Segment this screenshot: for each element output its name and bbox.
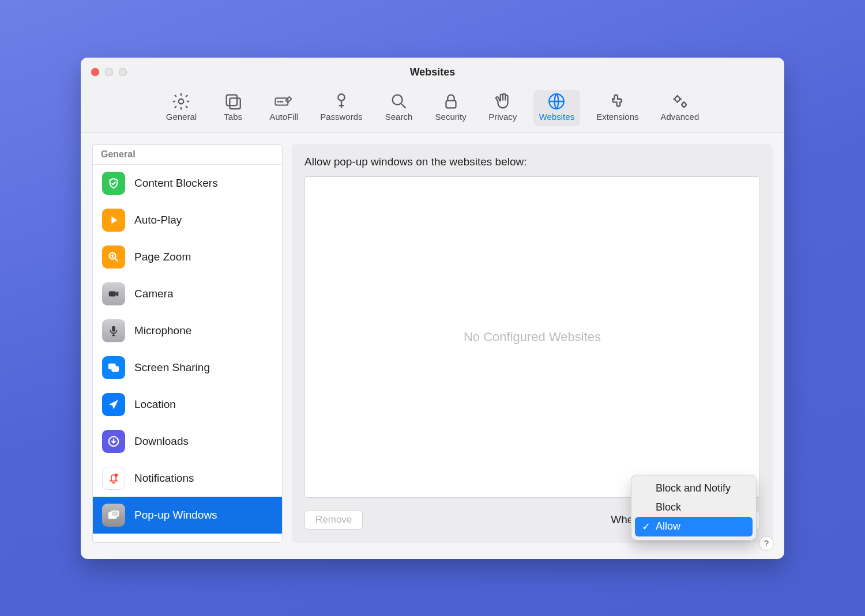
download-icon [102, 430, 125, 453]
popup-windows-icon [102, 504, 125, 527]
sidebar-item-location[interactable]: Location [93, 386, 282, 423]
window-body: General Content Blockers Auto-Play Page … [81, 133, 784, 559]
panel-heading: Allow pop-up windows on the websites bel… [304, 156, 760, 168]
svg-rect-9 [446, 100, 456, 108]
svg-point-4 [278, 101, 279, 102]
zoom-icon [102, 245, 125, 269]
hand-icon [493, 93, 513, 109]
sidebar-item-screen-sharing[interactable]: Screen Sharing [93, 349, 282, 386]
main-panel: Allow pop-up windows on the websites bel… [292, 144, 773, 543]
tab-search[interactable]: Search [379, 90, 419, 126]
tab-autofill[interactable]: AutoFill [264, 90, 304, 126]
footer-right: When visiting other websites Block and N… [363, 509, 760, 530]
tab-label: Security [435, 112, 467, 122]
sidebar-item-label: Microphone [134, 324, 191, 337]
dropdown-menu: Block and Notify Block ✓ Allow [631, 475, 757, 541]
tab-label: Tabs [224, 112, 242, 122]
empty-state-text: No Configured Websites [464, 330, 601, 345]
sidebar: General Content Blockers Auto-Play Page … [92, 144, 283, 543]
location-arrow-icon [102, 393, 125, 416]
gears-icon [670, 93, 690, 109]
dropdown-option-label: Block and Notify [656, 482, 731, 494]
panel-footer: Remove When visiting other websites Bloc… [304, 509, 760, 530]
svg-point-19 [115, 473, 118, 477]
tab-tabs[interactable]: Tabs [213, 90, 253, 126]
dropdown-option-label: Block [656, 501, 681, 513]
svg-point-7 [338, 94, 344, 100]
svg-rect-15 [112, 326, 115, 331]
sidebar-item-label: Auto-Play [134, 214, 182, 226]
sidebar-item-camera[interactable]: Camera [93, 275, 282, 312]
mic-icon [102, 319, 125, 342]
svg-point-0 [179, 99, 184, 104]
preferences-toolbar: General Tabs AutoFill Passwords Search S… [81, 90, 784, 126]
gear-icon [171, 93, 191, 109]
websites-list[interactable]: No Configured Websites [304, 176, 760, 498]
play-icon [102, 209, 125, 232]
sidebar-item-label: Page Zoom [134, 251, 191, 263]
svg-point-8 [392, 95, 402, 104]
tab-label: Search [385, 112, 413, 122]
dropdown-option-allow[interactable]: ✓ Allow [635, 517, 753, 536]
search-icon [389, 93, 409, 109]
svg-point-6 [282, 101, 283, 102]
tab-label: Websites [539, 112, 574, 122]
tab-label: Extensions [596, 112, 638, 122]
svg-rect-14 [109, 291, 116, 296]
sidebar-item-label: Camera [134, 288, 174, 300]
sidebar-item-page-zoom[interactable]: Page Zoom [93, 239, 282, 275]
tab-general[interactable]: General [160, 90, 202, 126]
svg-point-11 [675, 96, 680, 101]
sidebar-item-notifications[interactable]: Notifications [93, 460, 282, 497]
tab-label: General [166, 112, 197, 122]
remove-button[interactable]: Remove [304, 510, 363, 530]
tab-security[interactable]: Security [430, 90, 472, 126]
tab-websites[interactable]: Websites [533, 90, 580, 126]
tabs-icon [223, 93, 243, 109]
puzzle-icon [608, 93, 627, 109]
key-icon [332, 93, 351, 109]
sidebar-item-label: Pop-up Windows [134, 509, 217, 521]
svg-rect-21 [111, 511, 118, 516]
sidebar-item-microphone[interactable]: Microphone [93, 312, 282, 349]
screens-icon [102, 356, 125, 379]
tab-label: AutoFill [269, 112, 298, 122]
shield-check-icon [102, 172, 125, 195]
pencil-form-icon [274, 93, 294, 109]
sidebar-item-label: Screen Sharing [134, 361, 210, 374]
svg-point-12 [682, 103, 686, 107]
sidebar-item-label: Content Blockers [134, 177, 218, 190]
globe-icon [547, 93, 566, 109]
camera-icon [102, 282, 125, 305]
sidebar-item-content-blockers[interactable]: Content Blockers [93, 165, 282, 202]
svg-point-5 [280, 101, 280, 102]
dropdown-option-block[interactable]: Block [635, 498, 753, 517]
sidebar-item-label: Location [134, 398, 176, 411]
sidebar-item-popup-windows[interactable]: Pop-up Windows [93, 497, 282, 534]
window-title: Websites [81, 66, 784, 78]
lock-icon [441, 93, 461, 109]
bell-icon [102, 467, 125, 490]
svg-rect-2 [230, 98, 240, 108]
tab-label: Advanced [661, 112, 699, 122]
tab-advanced[interactable]: Advanced [655, 90, 705, 126]
sidebar-item-label: Notifications [134, 472, 194, 485]
dropdown-option-block-notify[interactable]: Block and Notify [635, 479, 753, 498]
help-button[interactable]: ? [759, 536, 774, 551]
sidebar-item-downloads[interactable]: Downloads [93, 423, 282, 460]
preferences-window: Websites General Tabs AutoFill Passwords… [81, 58, 784, 559]
sidebar-section-header: General [93, 145, 282, 165]
sidebar-item-autoplay[interactable]: Auto-Play [93, 202, 282, 239]
svg-rect-17 [112, 366, 118, 371]
tab-extensions[interactable]: Extensions [591, 90, 644, 126]
tab-privacy[interactable]: Privacy [483, 90, 523, 126]
tab-label: Passwords [320, 112, 362, 122]
checkmark-icon: ✓ [642, 520, 651, 533]
tab-passwords[interactable]: Passwords [314, 90, 368, 126]
sidebar-item-label: Downloads [134, 435, 189, 448]
svg-rect-1 [227, 95, 237, 105]
tab-label: Privacy [488, 112, 517, 122]
dropdown-option-label: Allow [656, 520, 680, 532]
titlebar: Websites General Tabs AutoFill Passwords… [81, 58, 784, 133]
